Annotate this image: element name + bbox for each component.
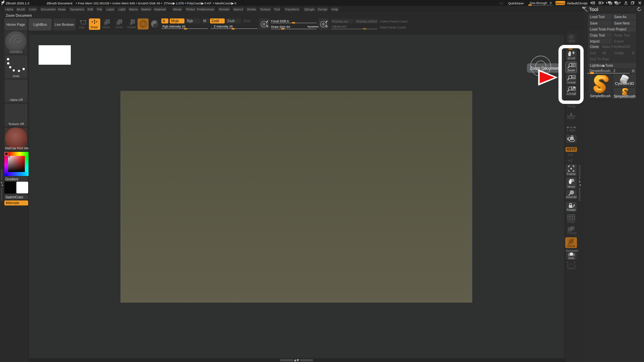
svg-text:D: D: [326, 25, 328, 28]
svg-text:S: S: [119, 20, 121, 23]
svg-text:R: R: [131, 20, 134, 23]
svg-text:S: S: [267, 25, 269, 28]
svg-text:M: M: [106, 20, 109, 23]
